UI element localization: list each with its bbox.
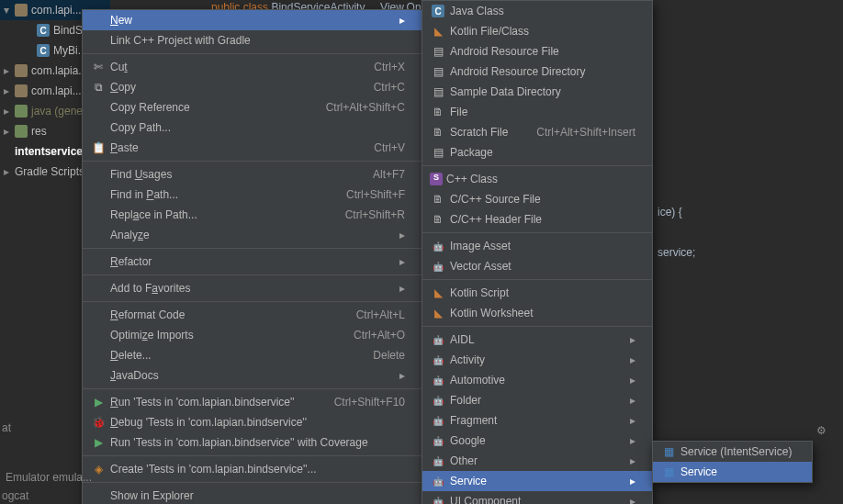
android-icon: 🤖 [430,374,446,386]
package-icon: ▤ [430,146,446,159]
menu-item-sample-data-dir[interactable]: ▤Sample Data Directory [422,82,652,102]
menu-item-new[interactable]: New▸ [83,10,422,30]
submenu-arrow-icon: ▸ [381,255,405,268]
menu-item-replace-in-path[interactable]: Replace in Path...Ctrl+Shift+R [83,205,422,225]
menu-item-aidl[interactable]: 🤖AIDL▸ [422,330,652,350]
kotlin-icon: ◣ [430,286,446,299]
menu-item-c-header[interactable]: 🗎C/C++ Header File [422,209,652,230]
menu-item-android-resource-file[interactable]: ▤Android Resource File [422,41,652,62]
android-icon: 🤖 [430,394,446,407]
kotlin-icon: ◣ [430,307,446,319]
chevron-down-icon: ▾ [4,4,11,17]
menu-item-kotlin-script[interactable]: ◣Kotlin Script [422,283,652,303]
menu-item-find-usages[interactable]: Find UsagesAlt+F7 [83,164,422,185]
separator [422,165,652,166]
menu-item-activity[interactable]: 🤖Activity▸ [422,350,652,370]
menu-item-javadocs[interactable]: JavaDocs▸ [83,365,422,386]
menu-item-cpp-class[interactable]: SC++ Class [422,169,652,189]
folder-icon [15,125,28,138]
menu-item-android-resource-dir[interactable]: ▤Android Resource Directory [422,62,652,82]
tool-tab-emulator[interactable]: Emulator emula... [6,471,92,484]
submenu-arrow-icon: ▸ [381,369,405,382]
menu-item-file[interactable]: 🗎File [422,102,652,122]
menu-item-find-in-path[interactable]: Find in Path...Ctrl+Shift+F [83,185,422,205]
folder-icon: ▤ [430,65,446,78]
separator [422,326,652,327]
menu-item-reformat[interactable]: Reformat CodeCtrl+Alt+L [83,305,422,325]
kotlin-icon: ◣ [430,25,446,38]
separator [422,279,652,280]
menu-item-image-asset[interactable]: 🤖Image Asset [422,236,652,256]
menu-item-folder[interactable]: 🤖Folder▸ [422,390,652,410]
menu-item-cut[interactable]: ✄CutCtrl+X [83,57,422,77]
menu-item-run-tests[interactable]: ▶Run 'Tests in 'com.lapian.bindservice''… [83,392,422,412]
editor-code-bg: ice) { service; [658,202,695,263]
tool-window-bar: at Emulator emula... ogcat [0,421,843,504]
menu-item-java-class[interactable]: CJava Class [422,1,652,21]
menu-item-paste[interactable]: 📋PasteCtrl+V [83,138,422,158]
android-icon: 🤖 [430,260,446,273]
menu-item-c-source[interactable]: 🗎C/C++ Source File [422,189,652,209]
menu-item-vector-asset[interactable]: 🤖Vector Asset [422,256,652,276]
tool-tab-logcat[interactable]: ogcat [2,489,28,502]
menu-item-copy-path[interactable]: Copy Path... [83,118,422,138]
class-icon: C [37,44,50,57]
separator [83,274,422,275]
chevron-right-icon: ▸ [4,165,11,178]
tool-tab[interactable]: at [2,421,11,434]
menu-item-kotlin-worksheet[interactable]: ◣Kotlin Worksheet [422,303,652,323]
android-icon: 🤖 [430,353,446,366]
menu-item-automotive[interactable]: 🤖Automotive▸ [422,370,652,390]
menu-item-add-favorites[interactable]: Add to Favorites▸ [83,278,422,298]
menu-item-delete[interactable]: Delete...Delete [83,345,422,365]
c-file-icon: 🗎 [430,193,446,206]
cut-icon: ✄ [90,61,107,73]
separator [422,232,652,233]
folder-icon: ▤ [430,85,446,98]
run-icon: ▶ [90,396,107,409]
submenu-arrow-icon: ▸ [381,229,405,241]
android-icon: 🤖 [430,333,446,346]
menu-item-optimize-imports[interactable]: Optimize ImportsCtrl+Alt+O [83,325,422,345]
chevron-right-icon: ▸ [4,125,11,138]
separator [83,53,422,54]
submenu-arrow-icon: ▸ [612,374,635,386]
submenu-arrow-icon: ▸ [612,394,635,407]
menu-item-refactor[interactable]: Refactor▸ [83,252,422,272]
file-icon: ▤ [430,45,446,58]
submenu-arrow-icon: ▸ [381,282,405,295]
chevron-right-icon: ▸ [4,84,11,97]
copy-icon: ⧉ [90,81,107,94]
menu-item-copy-reference[interactable]: Copy ReferenceCtrl+Alt+Shift+C [83,97,422,118]
folder-icon [15,105,28,118]
menu-item-copy[interactable]: ⧉CopyCtrl+C [83,77,422,97]
android-icon: 🤖 [430,240,446,252]
submenu-arrow-icon: ▸ [612,333,635,346]
package-icon [15,4,28,17]
cpp-icon: S [430,173,443,185]
menu-item-analyze[interactable]: Analyze▸ [83,225,422,245]
file-icon: 🗎 [430,106,446,118]
scratch-icon: 🗎 [430,126,446,139]
package-icon [15,84,28,97]
chevron-right-icon: ▸ [4,105,11,118]
menu-item-package[interactable]: ▤Package [422,142,652,162]
separator [83,248,422,249]
menu-item-scratch-file[interactable]: 🗎Scratch FileCtrl+Alt+Shift+Insert [422,122,652,142]
java-class-icon: C [432,5,444,17]
class-icon: C [37,24,50,37]
submenu-arrow-icon: ▸ [612,353,635,366]
menu-item-link-cpp[interactable]: Link C++ Project with Gradle [83,30,422,50]
menu-item-kotlin-class[interactable]: ◣Kotlin File/Class [422,21,652,41]
package-icon [15,64,28,77]
separator [83,388,422,389]
h-file-icon: 🗎 [430,213,446,226]
separator [83,161,422,162]
submenu-arrow-icon: ▸ [381,14,405,27]
separator [83,301,422,302]
chevron-right-icon: ▸ [4,64,11,77]
paste-icon: 📋 [90,141,107,154]
